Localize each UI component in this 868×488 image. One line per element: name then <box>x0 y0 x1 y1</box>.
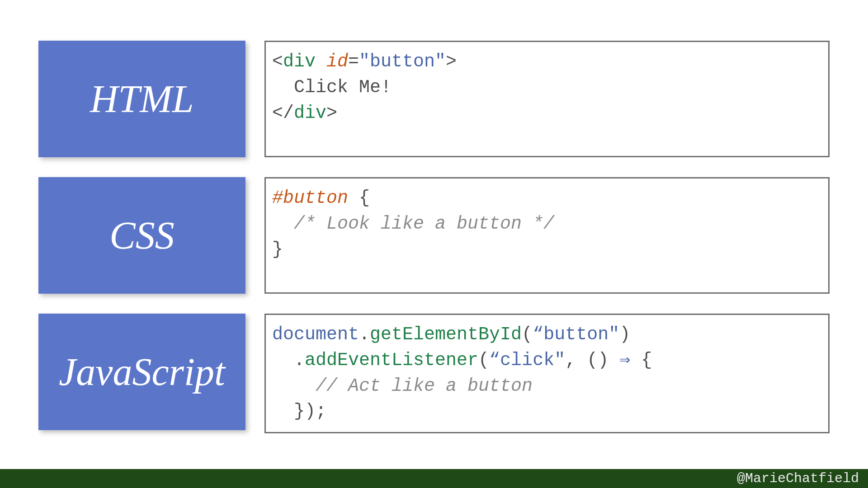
code-js-arrow-params: () <box>587 350 609 371</box>
label-js: JavaScript <box>38 314 245 430</box>
code-html-inner: Click Me! <box>294 77 392 98</box>
footer-bar: @MarieChatfield <box>0 469 868 488</box>
label-css: CSS <box>38 177 245 294</box>
code-js-dot2: . <box>294 350 305 371</box>
code-css-brace-open: { <box>359 188 370 208</box>
slide-content: HTML <div id="button"> Click Me! </div> … <box>38 41 830 453</box>
label-html-text: HTML <box>90 80 193 118</box>
code-js-semi: ; <box>316 401 326 422</box>
label-js-text: JavaScript <box>59 352 225 391</box>
code-html-tag-open: div <box>283 52 316 72</box>
code-js-arg2: “click" <box>489 350 565 371</box>
row-css: CSS #button { /* Look like a button */ } <box>38 177 830 294</box>
code-js-brace-open: { <box>641 350 652 371</box>
code-js-p2c: ) <box>305 401 316 422</box>
code-js-brace-close: } <box>294 401 305 422</box>
row-html: HTML <div id="button"> Click Me! </div> <box>38 41 830 157</box>
code-js: document.getElementById(“button") .addEv… <box>264 314 830 433</box>
label-html: HTML <box>38 41 245 157</box>
code-css: #button { /* Look like a button */ } <box>264 177 830 294</box>
code-css-comment: /* Look like a button */ <box>294 214 554 234</box>
code-css-selector: #button <box>272 188 348 208</box>
code-html-lt1: < <box>272 52 283 72</box>
code-html-attr-value: "button" <box>359 52 446 72</box>
code-js-dot1: . <box>359 324 370 345</box>
code-js-p1o: ( <box>522 324 533 345</box>
code-html-tag-close: div <box>294 103 326 123</box>
row-js: JavaScript document.getElementById(“butt… <box>38 314 830 433</box>
code-js-comment: // Act like a button <box>316 376 533 396</box>
code-js-method2: addEventListener <box>305 350 478 371</box>
slide: HTML <div id="button"> Click Me! </div> … <box>0 0 868 488</box>
code-js-arrow: ⇒ <box>609 350 641 371</box>
code-html: <div id="button"> Click Me! </div> <box>264 41 830 157</box>
code-js-method1: getElementById <box>370 324 522 345</box>
code-html-attr-name: id <box>326 52 348 72</box>
label-css-text: CSS <box>109 216 174 255</box>
code-js-p1c: ) <box>619 324 630 345</box>
code-css-brace-close: } <box>272 239 283 260</box>
code-js-arg1: “button" <box>533 324 619 345</box>
code-js-comma: , <box>565 350 587 371</box>
code-js-obj: document <box>272 324 359 345</box>
code-js-p2o: ( <box>478 350 489 371</box>
footer-handle: @MarieChatfield <box>737 471 859 486</box>
